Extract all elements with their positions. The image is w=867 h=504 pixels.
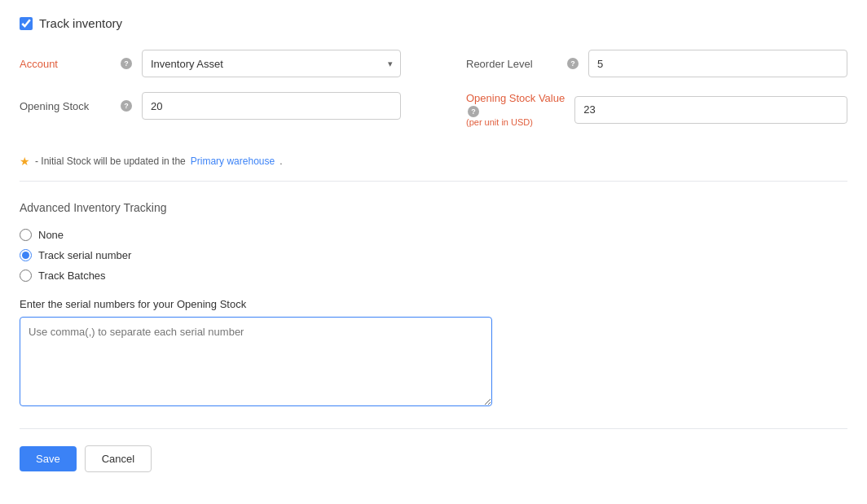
- primary-warehouse-link[interactable]: Primary warehouse: [191, 156, 275, 167]
- opening-stock-help-icon[interactable]: ?: [121, 100, 132, 112]
- bottom-divider: [20, 428, 847, 429]
- reorder-level-label: Reorder Level: [466, 58, 556, 70]
- radio-batches[interactable]: [20, 270, 32, 282]
- star-icon: ★: [20, 155, 30, 168]
- advanced-section-title: Advanced Inventory Tracking: [20, 201, 847, 214]
- track-inventory-checkbox[interactable]: [20, 17, 33, 30]
- opening-stock-input[interactable]: [142, 92, 401, 120]
- reorder-level-row: Reorder Level ?: [466, 50, 847, 77]
- radio-batches-item: Track Batches: [20, 270, 847, 282]
- account-label: Account: [20, 58, 109, 70]
- account-help-icon[interactable]: ?: [121, 58, 132, 69]
- serial-numbers-textarea[interactable]: [20, 317, 492, 406]
- radio-none-label[interactable]: None: [38, 229, 64, 241]
- radio-group: None Track serial number Track Batches: [20, 229, 847, 282]
- account-select-wrapper: Inventory Asset ▾: [142, 50, 401, 77]
- opening-stock-label: Opening Stock: [20, 100, 109, 112]
- opening-stock-value-help-icon[interactable]: ?: [468, 106, 479, 117]
- radio-none-item: None: [20, 229, 847, 241]
- left-column: Account ? Inventory Asset ▾ Opening Stoc…: [20, 50, 401, 142]
- stock-note: ★ - Initial Stock will be updated in the…: [20, 155, 847, 168]
- track-inventory-section: Track inventory: [20, 16, 847, 30]
- right-column: Reorder Level ? Opening Stock Value ? (p…: [466, 50, 847, 142]
- opening-stock-value-input[interactable]: [574, 96, 847, 124]
- radio-batches-label[interactable]: Track Batches: [38, 270, 106, 282]
- reorder-level-help-icon[interactable]: ?: [567, 58, 579, 69]
- opening-stock-value-label-group: Opening Stock Value ? (per unit in USD): [466, 92, 565, 127]
- radio-serial[interactable]: [20, 249, 32, 261]
- cancel-button[interactable]: Cancel: [85, 445, 152, 472]
- account-select[interactable]: Inventory Asset: [142, 50, 401, 77]
- stock-note-text: - Initial Stock will be updated in the: [35, 156, 186, 167]
- opening-stock-value-label: Opening Stock Value: [466, 92, 565, 104]
- radio-serial-item: Track serial number: [20, 249, 847, 261]
- top-divider: [20, 181, 847, 182]
- radio-serial-label[interactable]: Track serial number: [38, 249, 131, 261]
- radio-none[interactable]: [20, 229, 32, 241]
- save-button[interactable]: Save: [20, 446, 77, 471]
- serial-numbers-label: Enter the serial numbers for your Openin…: [20, 298, 847, 310]
- account-row: Account ? Inventory Asset ▾: [20, 50, 401, 77]
- stock-note-suffix: .: [279, 156, 282, 167]
- form-grid: Account ? Inventory Asset ▾ Opening Stoc…: [20, 50, 847, 142]
- opening-stock-value-sublabel: (per unit in USD): [466, 117, 565, 127]
- opening-stock-row: Opening Stock ?: [20, 92, 401, 120]
- track-inventory-label[interactable]: Track inventory: [39, 16, 122, 30]
- reorder-level-input[interactable]: [588, 50, 847, 77]
- opening-stock-value-row: Opening Stock Value ? (per unit in USD): [466, 92, 847, 127]
- action-buttons: Save Cancel: [20, 445, 847, 472]
